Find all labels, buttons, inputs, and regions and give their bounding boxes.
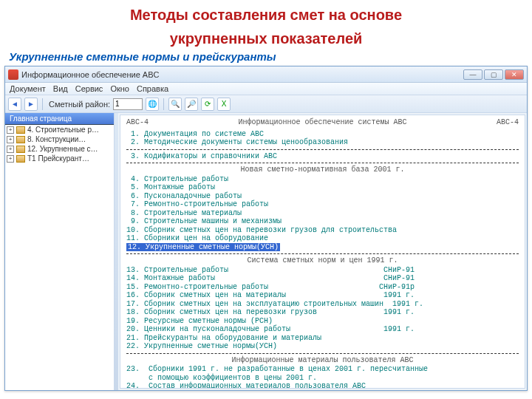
list-item: с помощью коэффициентов в цены 2001 г. [126,374,519,383]
book-icon [16,155,25,163]
tree-item-label: 4. Строительные р… [27,126,99,134]
menu-service[interactable]: Сервис [75,84,103,93]
expand-icon[interactable]: + [7,136,14,143]
list-item[interactable]: 1. Документация по системе ABC [126,130,519,139]
list-item[interactable]: 4. Строительные работы [126,175,519,184]
district-label: Сметный район: [49,100,110,109]
list-item[interactable]: 2. Методические документы системы ценооб… [126,138,519,147]
list-item[interactable]: 8. Строительные материалы [126,209,519,218]
list-item[interactable]: 16. Сборник сметных цен на материалы 199… [126,291,519,300]
tree-item[interactable]: +8. Конструкции… [5,134,114,144]
slide-title-l2: укрупненных показателей [15,30,517,47]
list-item[interactable]: 15. Ремонтно-строительные работы СНиР-91… [126,283,519,292]
slide-subtitle: Укрупненные сметные нормы и прейскуранты [9,50,532,63]
book-icon [16,126,25,134]
refresh-icon[interactable]: ⟳ [201,98,214,111]
expand-icon[interactable]: + [7,155,14,163]
list-item[interactable]: 11. Сборники цен на оборудование [126,234,519,243]
tree-tab-main[interactable]: Главная страница [5,113,114,125]
list-item[interactable]: 9. Строительные машины и механизмы [126,217,519,226]
list-item[interactable]: 5. Монтажные работы [126,183,519,192]
menu-document[interactable]: Документ [10,84,46,93]
list-item[interactable]: 13. Строительные работы СНиР-91 [126,266,519,275]
tree-item-label: 8. Конструкции… [27,135,86,143]
book-icon [16,146,25,153]
close-button[interactable]: ✕ [505,69,524,80]
doc-header: ABC-4 Информационное обеспечение системы… [126,118,519,127]
list-item[interactable]: 19. Ресурсные сметные нормы (РСН) [126,317,519,326]
app-window: Информационное обеспечение ABC — ▢ ✕ Док… [4,66,528,391]
slide-title-l1: Методы составления смет на основе [15,6,517,24]
menu-view[interactable]: Вид [53,84,68,93]
window-title: Информационное обеспечение ABC [21,70,159,79]
list-item[interactable]: 17. Сборник сметных цен на эксплуатацию … [126,300,519,309]
list-item[interactable]: 14. Монтажные работы СНиР-91 [126,274,519,283]
zoom-out-icon[interactable]: 🔎 [185,98,198,111]
tree-item[interactable]: +12. Укрупненные с… [5,144,114,154]
expand-icon[interactable]: + [7,126,14,134]
tree-item-label: Т1 Прейскурант… [27,154,89,163]
tree-item[interactable]: +Т1 Прейскурант… [5,154,114,163]
section-title: Система сметных норм и цен 1991 г. [126,256,519,265]
nav-back-button[interactable]: ◄ [8,98,21,111]
list-item[interactable]: 18. Сборник сметных цен на перевозки гру… [126,308,519,317]
list-item[interactable]: 24. Состав информационных материалов пол… [126,382,519,389]
list-item[interactable]: 10. Сборник сметных цен на перевозки гру… [126,226,519,235]
section-title: Новая сметно-нормативная база 2001 г. [126,166,519,174]
menu-window[interactable]: Окно [110,84,129,93]
zoom-in-icon[interactable]: 🔍 [168,98,182,111]
minimize-button[interactable]: — [463,69,482,80]
book-icon [16,136,25,143]
app-icon [8,69,18,80]
list-item[interactable]: 7. Ремонтно-строительные работы [126,200,519,209]
export-excel-icon[interactable]: X [217,98,231,111]
section-title: Информационные материалы пользователя AB… [126,356,519,365]
list-item[interactable]: 21. Прейскуранты на оборудование и матер… [126,334,519,343]
list-item[interactable]: 23. Сборники 1991 г. не разработанные в … [126,365,519,374]
expand-icon[interactable]: + [7,146,14,153]
titlebar: Информационное обеспечение ABC — ▢ ✕ [5,66,527,83]
list-item[interactable]: 3. Кодификаторы и справочники ABC [126,152,519,161]
district-input[interactable] [113,98,143,110]
nav-fwd-button[interactable]: ► [24,98,38,111]
menu-help[interactable]: Справка [137,84,168,93]
list-item[interactable]: 6. Пусконаладочные работы [126,192,519,201]
workarea: Главная страница +4. Строительные р… +8.… [5,113,527,390]
menubar: Документ Вид Сервис Окно Справка [5,83,527,95]
content-pane[interactable]: ABC-4 Информационное обеспечение системы… [120,115,525,389]
list-item-selected[interactable]: 12. Укрупненные сметные нормы(УСН) [126,243,519,252]
splitter[interactable] [115,113,118,390]
tree-item[interactable]: +4. Строительные р… [5,125,114,134]
tree-item-label: 12. Укрупненные с… [27,145,98,153]
toolbar: ◄ ► Сметный район: 🌐 🔍 🔎 ⟳ X [5,95,527,113]
maximize-button[interactable]: ▢ [484,69,503,80]
globe-icon[interactable]: 🌐 [146,98,159,111]
list-item[interactable]: 22. Укрупненные сметные нормы(УСН) [126,342,519,351]
tree-panel: Главная страница +4. Строительные р… +8.… [5,113,115,390]
list-item[interactable]: 20. Ценники на пусконаладочные работы 19… [126,325,519,334]
